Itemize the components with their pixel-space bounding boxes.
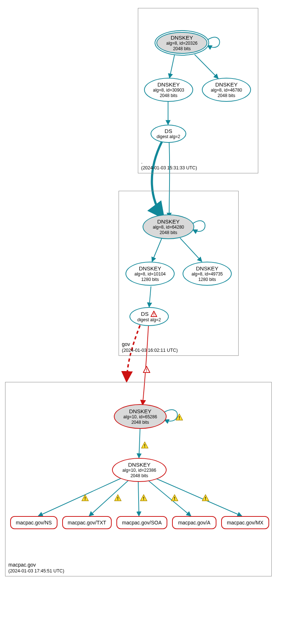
warning-yellow-icon: ! — [140, 494, 147, 502]
zone-root-name: . — [141, 158, 197, 165]
node-sub2: 2048 bits — [160, 230, 178, 235]
zone-gov-label: gov (2024-01-03 16:02:11 UTC) — [122, 341, 178, 353]
node-title: DNSKEY — [157, 218, 180, 225]
node-sub1: alg=8, id=49735 — [191, 271, 223, 277]
warning-red-icon: ! — [143, 366, 150, 373]
rrset-label: macpac.gov/TXT — [68, 520, 106, 526]
node-gov-ds: DS ! digest alg=2 — [129, 307, 169, 326]
node-root-zsk-30903: DNSKEY alg=8, id=30903 2048 bits — [144, 78, 193, 102]
warning-yellow-icon: ! — [171, 494, 178, 502]
node-title: DNSKEY — [129, 408, 152, 414]
node-sub1: digest alg=2 — [156, 134, 180, 139]
rrset-soa: macpac.gov/SOA — [116, 516, 167, 529]
rrset-txt: macpac.gov/TXT — [62, 516, 112, 529]
node-sub1: alg=8, id=64280 — [153, 225, 184, 230]
node-sub1: alg=8, id=30903 — [153, 88, 184, 93]
svg-text:!: ! — [144, 443, 145, 448]
node-title: DS — [141, 311, 149, 317]
warning-yellow-icon: ! — [176, 414, 183, 421]
node-sub1: alg=8, id=46780 — [211, 88, 242, 93]
svg-text:!: ! — [84, 496, 86, 501]
node-sub2: 2048 bits — [218, 93, 235, 98]
warning-yellow-icon: ! — [114, 494, 121, 502]
node-root-ds: DS digest alg=2 — [151, 125, 186, 143]
svg-text:!: ! — [179, 415, 180, 420]
zone-gov-time: (2024-01-03 16:02:11 UTC) — [122, 347, 178, 353]
node-sub2: 2048 bits — [131, 420, 149, 425]
node-sub2: 1280 bits — [141, 277, 159, 282]
node-gov-ksk: DNSKEY alg=8, id=64280 2048 bits — [143, 214, 194, 239]
rrset-label: macpac.gov/A — [178, 520, 211, 526]
zone-gov-name: gov — [122, 341, 178, 347]
node-sub2: 2048 bits — [173, 46, 191, 51]
zone-macpac-time: (2024-01-03 17:45:51 UTC) — [8, 568, 64, 574]
node-root-zsk-46780: DNSKEY alg=8, id=46780 2048 bits — [202, 78, 251, 102]
node-title: DNSKEY — [128, 462, 151, 468]
node-sub2: 2048 bits — [160, 93, 178, 98]
node-root-ksk: DNSKEY alg=8, id=20326 2048 bits — [155, 30, 209, 56]
svg-text:!: ! — [154, 312, 155, 317]
node-title: DNSKEY — [196, 265, 219, 271]
node-gov-zsk-10104: DNSKEY alg=8, id=10104 1280 bits — [125, 262, 175, 286]
node-sub1: alg=10, id=65286 — [123, 414, 157, 419]
node-macpac-ksk: DNSKEY alg=10, id=65286 2048 bits — [114, 404, 167, 429]
rrset-mx: macpac.gov/MX — [221, 516, 269, 529]
svg-text:!: ! — [117, 496, 119, 501]
warning-yellow-icon: ! — [202, 494, 209, 502]
node-title: DS — [165, 128, 172, 134]
zone-macpac-label: macpac.gov (2024-01-03 17:45:51 UTC) — [8, 562, 64, 574]
node-gov-zsk-49735: DNSKEY alg=8, id=49735 1280 bits — [183, 262, 232, 286]
warning-yellow-icon: ! — [141, 442, 148, 449]
svg-text:!: ! — [174, 496, 175, 501]
svg-text:!: ! — [146, 368, 147, 373]
rrset-ns: macpac.gov/NS — [10, 516, 57, 529]
zone-root-label: . (2024-01-03 15:31:33 UTC) — [141, 158, 197, 171]
node-macpac-zsk: DNSKEY alg=10, id=22386 2048 bits — [112, 458, 167, 482]
node-title: DNSKEY — [215, 81, 238, 88]
node-sub1: alg=10, id=22386 — [123, 468, 156, 473]
rrset-label: macpac.gov/MX — [227, 520, 263, 526]
svg-text:!: ! — [205, 496, 206, 501]
warning-red-icon: ! — [151, 311, 157, 317]
node-sub2: 1280 bits — [198, 277, 216, 282]
node-title: DNSKEY — [139, 265, 162, 271]
node-sub1: alg=8, id=20326 — [166, 41, 198, 46]
warning-yellow-icon: ! — [81, 494, 89, 502]
zone-root-time: (2024-01-03 15:31:33 UTC) — [141, 165, 197, 171]
rrset-label: macpac.gov/SOA — [122, 520, 162, 526]
node-sub1: digest alg=2 — [137, 317, 161, 322]
node-title: DNSKEY — [158, 81, 180, 88]
rrset-label: macpac.gov/NS — [16, 520, 52, 526]
node-sub1: alg=8, id=10104 — [134, 271, 166, 277]
rrset-a: macpac.gov/A — [172, 516, 216, 529]
node-sub2: 2048 bits — [131, 473, 148, 478]
svg-text:!: ! — [143, 496, 144, 501]
zone-macpac-name: macpac.gov — [8, 562, 64, 568]
node-title: DNSKEY — [171, 35, 193, 41]
